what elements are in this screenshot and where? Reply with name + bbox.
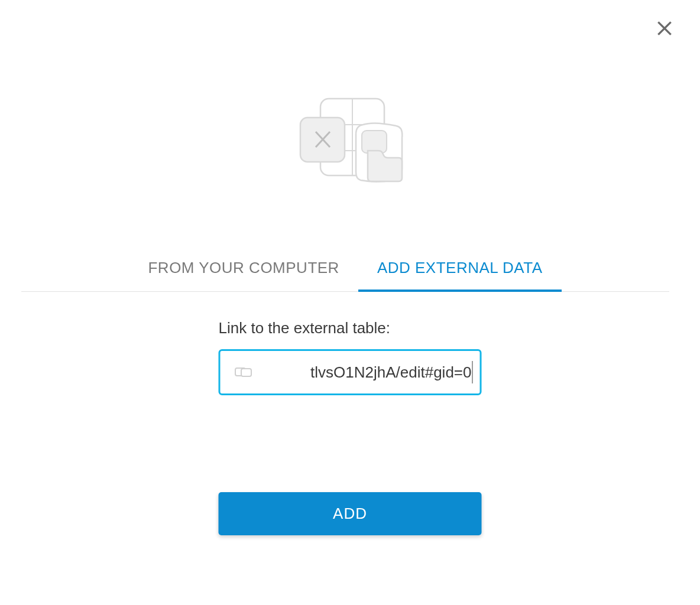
tab-add-external-data[interactable]: ADD EXTERNAL DATA	[358, 248, 562, 291]
svg-rect-9	[362, 131, 387, 153]
tab-bar: FROM YOUR COMPUTER ADD EXTERNAL DATA	[21, 248, 669, 292]
tab-from-computer[interactable]: FROM YOUR COMPUTER	[129, 248, 358, 291]
close-icon	[655, 19, 674, 38]
text-cursor	[472, 361, 473, 383]
close-button[interactable]	[653, 17, 676, 40]
url-input-wrapper[interactable]	[219, 349, 482, 395]
external-data-form: Link to the external table:	[219, 319, 482, 395]
data-files-illustration	[285, 92, 415, 186]
svg-rect-11	[241, 369, 251, 376]
external-url-input[interactable]	[258, 363, 472, 382]
url-input-label: Link to the external table:	[219, 319, 482, 337]
link-icon	[235, 366, 252, 379]
add-button[interactable]: ADD	[219, 492, 482, 535]
